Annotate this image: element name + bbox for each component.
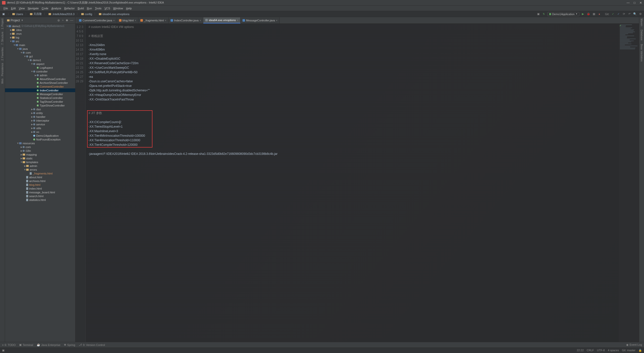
tool-persistence[interactable]: Persistence	[1, 63, 4, 76]
tree-node-fragmentshtml[interactable]: _fragments.html	[5, 171, 75, 175]
menu-navigate[interactable]: Navigate	[26, 7, 40, 10]
tree-node-static[interactable]: ▶static	[5, 156, 75, 160]
tree-node-idea[interactable]: ▶.idea	[5, 28, 75, 32]
tool-maven[interactable]: Maven	[640, 19, 643, 26]
tree-node-controller[interactable]: ▼controller	[5, 69, 75, 73]
menu-run[interactable]: Run	[85, 7, 93, 10]
stop-button[interactable]: ∎	[597, 12, 601, 16]
tab-fragmentshtml[interactable]: _fragments.html×	[138, 17, 169, 23]
tree-node-bloghtml[interactable]: blog.html	[5, 183, 75, 187]
menu-help[interactable]: Help	[125, 7, 133, 10]
status-lncol[interactable]: 22:22	[577, 349, 584, 352]
tree-node-service[interactable]: ▶service	[5, 122, 75, 126]
status-crlf[interactable]: CRLF	[587, 349, 594, 352]
tree-node-abouthtml[interactable]: about.html	[5, 175, 75, 179]
lock-icon[interactable]: 🔒	[638, 349, 642, 352]
hide-icon[interactable]: —	[70, 19, 73, 22]
tree-node-typeshowcontroller[interactable]: CTypeShowController	[5, 103, 75, 107]
target-icon[interactable]: ⊕	[57, 19, 60, 22]
tree-node-aboutshowcontroller[interactable]: CAboutShowController	[5, 77, 75, 81]
tool-project[interactable]: 1: Project	[1, 19, 4, 29]
search-icon[interactable]: 🔍	[633, 12, 637, 16]
tree-node-demo1application[interactable]: CDemo1Application	[5, 134, 75, 137]
tree-node-i18n[interactable]: ▶i18n	[5, 149, 75, 153]
gear-icon[interactable]: ✱	[66, 19, 68, 22]
menu-view[interactable]: View	[17, 7, 26, 10]
tab-idea64exevmoptions[interactable]: idea64.exe.vmoptions×	[203, 17, 240, 23]
tree-node-resources[interactable]: ▼resources	[5, 141, 75, 145]
tree-node-aspect[interactable]: ▼aspect	[5, 62, 75, 66]
bottom-tool-todo[interactable]: ≡6: TODO	[2, 343, 16, 346]
status-encoding[interactable]: UTF-8	[597, 349, 605, 352]
hammer-icon[interactable]: ↯	[542, 12, 546, 16]
tree-node-templates[interactable]: ▼templates	[5, 160, 75, 164]
close-icon[interactable]: ×	[199, 19, 201, 22]
menu-edit[interactable]: Edit	[10, 7, 17, 10]
minimap[interactable]: ✔	[619, 24, 639, 342]
nav-home-icon[interactable]: ▣	[2, 12, 6, 16]
tree-node-indexcontroller[interactable]: CIndexController	[5, 88, 75, 92]
coverage-button[interactable]: ▦	[592, 12, 596, 16]
project-tree[interactable]: ▼demo1D:\Github仓库\MyBlog-MyBatis\demo1▶.…	[5, 24, 75, 342]
menu-tools[interactable]: Tools	[94, 7, 103, 10]
tree-node-vo[interactable]: ▶vo	[5, 130, 75, 134]
status-indent[interactable]: 4 spaces	[608, 349, 619, 352]
menu-analyze[interactable]: Analyze	[50, 7, 63, 10]
bottom-tool-spring[interactable]: ❀Spring	[64, 343, 75, 346]
vcs-commit-icon[interactable]: ✓	[616, 12, 620, 16]
close-icon[interactable]: ×	[165, 19, 166, 22]
tree-node-messagecontroller[interactable]: CMessageController	[5, 92, 75, 96]
bottom-tool-javaenterprise[interactable]: ☕Java Enterprise	[37, 343, 60, 346]
tool-web[interactable]: Web	[1, 79, 4, 84]
event-log-button[interactable]: ◉ Event Log	[626, 343, 642, 346]
tree-node-mapping[interactable]: ▶mapping	[5, 153, 75, 156]
tool-structure[interactable]: 7: Structure	[1, 32, 4, 45]
tree-node-gcl[interactable]: ▼gcl	[5, 54, 75, 58]
close-icon[interactable]: ×	[276, 19, 277, 22]
debug-button[interactable]: 🐞	[586, 12, 590, 16]
tree-node-archiveshtml[interactable]: archives.html	[5, 179, 75, 183]
tree-node-indexhtml[interactable]: index.html	[5, 187, 75, 190]
run-config-dropdown[interactable]: Demo1Application ▼	[547, 12, 579, 16]
tree-node-admin[interactable]: ▶admin	[5, 164, 75, 168]
tool-favorites[interactable]: 2: Favorites	[1, 47, 4, 60]
tree-node-messageboardhtml[interactable]: message_board.html	[5, 190, 75, 194]
menu-window[interactable]: Window	[112, 7, 125, 10]
chevron-down-icon[interactable]: ▼	[21, 19, 23, 22]
tree-node-com[interactable]: ▶com	[5, 145, 75, 149]
tree-node-admin[interactable]: ▶admin	[5, 73, 75, 77]
tree-node-demo1[interactable]: ▼demo1	[5, 58, 75, 62]
tree-node-handler[interactable]: ▶handler	[5, 115, 75, 119]
vcs-update-icon[interactable]: ✓	[611, 12, 615, 16]
menu-build[interactable]: Build	[76, 7, 85, 10]
tree-node-logaspect[interactable]: CLogAspect	[5, 66, 75, 69]
close-icon[interactable]: ×	[113, 19, 115, 22]
breadcrumb-item[interactable]: Users	[16, 13, 23, 16]
code-area[interactable]: 1 2 3 4 5 6 7 8 9 10 11 12 13 14 15 16 1…	[75, 24, 639, 342]
menu-file[interactable]: File	[2, 7, 10, 10]
status-git[interactable]: Git: master	[622, 349, 635, 352]
maximize-button[interactable]: □	[634, 1, 635, 5]
tool-window-toggle-icon[interactable]: ▣	[2, 349, 5, 352]
tree-node-src[interactable]: ▼src	[5, 39, 75, 43]
minus-icon[interactable]: ÷	[62, 19, 64, 22]
tree-node-log[interactable]: ▶log	[5, 36, 75, 39]
tree-node-notfoundexception[interactable]: CNotFoundException	[5, 137, 75, 141]
build-icon[interactable]: ▣	[536, 12, 540, 16]
tree-node-dao[interactable]: ▶dao	[5, 107, 75, 111]
tab-commentcontrollerjava[interactable]: CommentController.java×	[77, 17, 117, 23]
menu-code[interactable]: Code	[40, 7, 50, 10]
close-icon[interactable]: ×	[237, 19, 238, 22]
tree-node-java[interactable]: ▼java	[5, 47, 75, 51]
tab-indexcontrollerjava[interactable]: IndexController.java×	[169, 17, 203, 23]
bottom-tool-terminal[interactable]: ▣Terminal	[19, 343, 33, 346]
run-button[interactable]: ▶	[581, 12, 585, 16]
breadcrumb-item[interactable]: config	[85, 13, 92, 16]
tree-node-interceptor[interactable]: ▶interceptor	[5, 119, 75, 122]
tree-node-utils[interactable]: ▶utils	[5, 126, 75, 130]
vcs-revert-icon[interactable]: ↶	[627, 12, 631, 16]
tree-node-mvn[interactable]: ▶.mvn	[5, 32, 75, 36]
tree-node-searchhtml[interactable]: search.html	[5, 194, 75, 198]
tab-bloghtml[interactable]: blog.html×	[117, 17, 138, 23]
tab-messagecontrollerjava[interactable]: MessageController.java×	[240, 17, 280, 23]
